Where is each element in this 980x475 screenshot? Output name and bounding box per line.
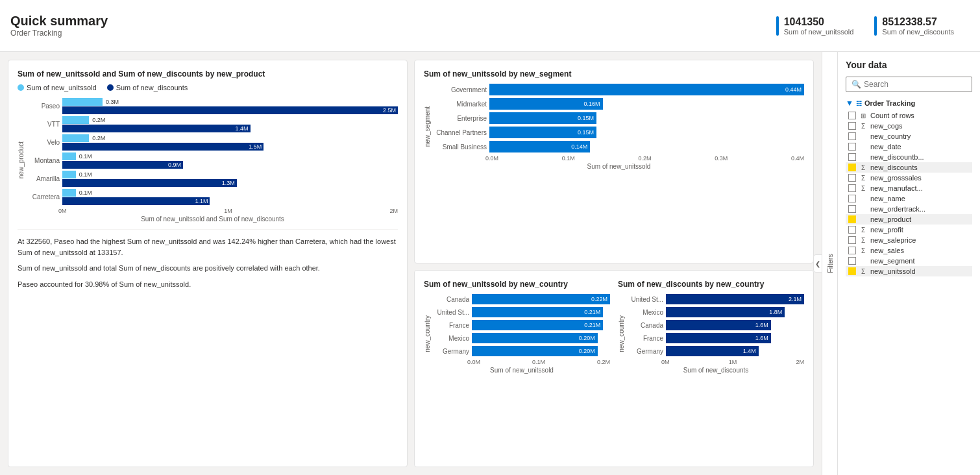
chevron-down-icon: ▼ bbox=[846, 99, 853, 108]
bar-label: Paseo bbox=[27, 103, 60, 110]
bar-wrap: 1.4M bbox=[666, 346, 804, 356]
data-item-label: new_manufact... bbox=[870, 184, 923, 192]
bar-value: 2.1M bbox=[789, 296, 804, 302]
chart3-row: United St...0.21M bbox=[434, 307, 610, 317]
data-item[interactable]: new_segment bbox=[846, 256, 972, 266]
chart4-body: new_country United St...2.1MMexico1.8MCa… bbox=[618, 294, 804, 374]
data-item[interactable]: new_date bbox=[846, 141, 972, 152]
chart2-title: Sum of new_unitssold by new_segment bbox=[424, 69, 804, 79]
checkbox[interactable] bbox=[848, 195, 856, 202]
chart2-row: Midmarket0.16M bbox=[434, 98, 804, 110]
sigma-icon: Σ bbox=[859, 175, 868, 182]
filters-label: Filters bbox=[826, 254, 834, 273]
data-item[interactable]: Σnew_sales bbox=[846, 245, 972, 256]
checkbox[interactable] bbox=[848, 153, 856, 161]
data-item[interactable]: Σnew_saleprice bbox=[846, 235, 972, 245]
data-item-label: new_sales bbox=[870, 247, 904, 254]
chart4-bars-outer: United St...2.1MMexico1.8MCanada1.6MFran… bbox=[628, 294, 804, 374]
data-item-label: new_segment bbox=[870, 257, 915, 265]
bar-value: 0.3M bbox=[104, 99, 119, 105]
checkbox[interactable] bbox=[848, 215, 856, 223]
chart1-y-axis-label: new_product bbox=[18, 98, 25, 223]
bar-label: France bbox=[628, 335, 663, 342]
metric-2: 8512338.57 Sum of new_discounts bbox=[874, 16, 954, 36]
data-item[interactable]: Σnew_manufact... bbox=[846, 183, 972, 193]
bar-wrap: 0.21M bbox=[472, 307, 610, 317]
bar-value: 0.2M bbox=[90, 135, 105, 141]
search-icon: 🔍 bbox=[851, 80, 861, 89]
data-item[interactable]: new_discountb... bbox=[846, 152, 972, 162]
checkbox[interactable] bbox=[848, 205, 856, 213]
data-item-label: new_date bbox=[870, 143, 901, 151]
data-item[interactable]: Σnew_profit bbox=[846, 225, 972, 235]
metric-2-label: Sum of new_discounts bbox=[882, 28, 954, 36]
data-item[interactable]: Σnew_cogs bbox=[846, 121, 972, 131]
checkbox[interactable] bbox=[848, 112, 856, 119]
chart3-inner: Sum of new_unitssold by new_country new_… bbox=[424, 280, 610, 457]
sold-bar: 0.2M bbox=[62, 116, 398, 124]
data-item[interactable]: Σnew_discounts bbox=[846, 162, 972, 173]
bar-wrap: 1.6M bbox=[666, 320, 804, 330]
chart1-row: Amarilla0.1M1.3M bbox=[27, 171, 398, 187]
chart1-body: new_product Paseo0.3M2.5MVTT0.2M1.4MVelo… bbox=[18, 98, 398, 223]
bar-value: 1.6M bbox=[755, 322, 771, 328]
filters-panel-toggle[interactable]: ❮ Filters bbox=[822, 52, 837, 475]
metric-1-content: 1041350 Sum of new_unitssold bbox=[784, 16, 854, 36]
bar-value: 1.6M bbox=[755, 335, 771, 341]
checkbox[interactable] bbox=[848, 174, 856, 182]
chart2-row: Government0.44M bbox=[434, 84, 804, 95]
data-item[interactable]: new_product bbox=[846, 214, 972, 225]
bar-wrap: 2.1M bbox=[666, 294, 804, 304]
chart2-x-label: Sum of new_unitssold bbox=[434, 163, 804, 170]
metrics: 1041350 Sum of new_unitssold 8512338.57 … bbox=[776, 16, 954, 36]
data-section: ▼ ☷ Order Tracking ⊞Count of rowsΣnew_co… bbox=[846, 99, 972, 276]
metric-2-content: 8512338.57 Sum of new_discounts bbox=[882, 16, 954, 36]
data-item[interactable]: Σnew_unitssold bbox=[846, 266, 972, 276]
chart1-row: VTT0.2M1.4M bbox=[27, 116, 398, 132]
bar-value: 0.15M bbox=[578, 129, 596, 136]
bar: 2.1M bbox=[666, 294, 804, 304]
bar-value: 0.21M bbox=[584, 322, 603, 328]
checkbox[interactable] bbox=[848, 257, 856, 265]
checkbox[interactable] bbox=[848, 184, 856, 192]
checkbox[interactable] bbox=[848, 143, 856, 151]
bar-value: 0.1M bbox=[77, 189, 92, 196]
bar: 0.15M bbox=[489, 112, 596, 124]
collapse-button[interactable]: ❮ bbox=[813, 254, 822, 273]
bar-value: 0.44M bbox=[785, 86, 804, 93]
dataset-header[interactable]: ▼ ☷ Order Tracking bbox=[846, 99, 972, 108]
bar-label: Velo bbox=[27, 139, 60, 146]
data-item[interactable]: Σnew_grosssales bbox=[846, 173, 972, 183]
checkbox[interactable] bbox=[848, 122, 856, 130]
bars-group: 0.1M1.3M bbox=[62, 171, 398, 187]
checkbox[interactable] bbox=[848, 164, 856, 171]
bars-group: 0.1M1.1M bbox=[62, 189, 398, 205]
data-item[interactable]: new_name bbox=[846, 193, 972, 204]
bar-wrap: 0.15M bbox=[489, 112, 804, 124]
page-title: Quick summary bbox=[10, 14, 108, 29]
checkbox[interactable] bbox=[848, 236, 856, 244]
checkbox[interactable] bbox=[848, 132, 856, 140]
bar-wrap: 0.20M bbox=[472, 333, 610, 343]
data-item[interactable]: new_ordertrack... bbox=[846, 204, 972, 214]
chart1-row: Paseo0.3M2.5M bbox=[27, 98, 398, 114]
search-box[interactable]: 🔍 bbox=[846, 77, 972, 92]
search-input[interactable] bbox=[864, 80, 966, 89]
checkbox[interactable] bbox=[848, 247, 856, 254]
bar-value: 0.20M bbox=[579, 348, 598, 354]
discount-bar: 2.5M bbox=[62, 106, 398, 114]
chart4-row: Germany1.4M bbox=[628, 346, 804, 356]
bar-wrap: 1.6M bbox=[666, 333, 804, 343]
discount-bar: 0.9M bbox=[62, 161, 398, 169]
data-item-label: new_country bbox=[870, 132, 911, 140]
bar-value: 1.4M bbox=[236, 125, 251, 132]
data-item[interactable]: ⊞Count of rows bbox=[846, 110, 972, 121]
insight-2: Sum of new_unitssold and total Sum of ne… bbox=[18, 263, 398, 274]
metric-1-bar bbox=[776, 16, 779, 36]
checkbox[interactable] bbox=[848, 267, 856, 275]
checkbox[interactable] bbox=[848, 226, 856, 234]
bar-value: 0.16M bbox=[584, 101, 603, 107]
metric-1-value: 1041350 bbox=[784, 16, 854, 28]
data-item[interactable]: new_country bbox=[846, 131, 972, 141]
chart2-row: Enterprise0.15M bbox=[434, 112, 804, 124]
